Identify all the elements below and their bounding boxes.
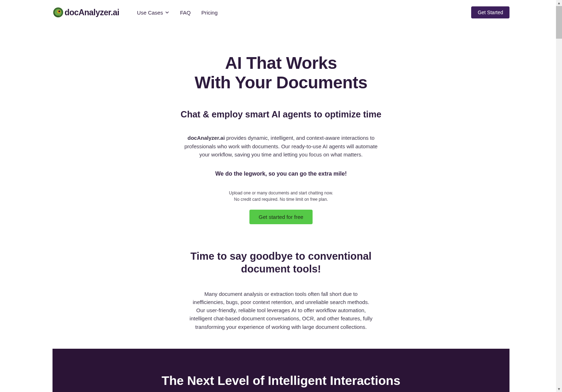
goodbye-title: Time to say goodbye to conventional docu… — [175, 250, 387, 276]
logo[interactable]: docAnalyzer.ai — [53, 7, 119, 18]
get-started-free-button[interactable]: Get started for free — [249, 210, 313, 224]
hero-title: AI That Works With Your Documents — [148, 53, 414, 92]
chevron-down-icon — [165, 10, 169, 15]
svg-point-3 — [59, 11, 60, 12]
hero-fineprint: Upload one or many documents and start c… — [148, 190, 414, 203]
nav-use-cases[interactable]: Use Cases — [137, 10, 169, 16]
scrollbar[interactable]: ▲ ▼ — [556, 0, 562, 392]
get-started-button[interactable]: Get Started — [471, 6, 509, 18]
main-nav: Use Cases FAQ Pricing — [137, 10, 217, 16]
page-container: docAnalyzer.ai Use Cases FAQ Pricing Get… — [53, 0, 509, 331]
hero-desc-brand: docAnalyzer.ai — [188, 135, 225, 141]
hero-description: docAnalyzer.ai provides dynamic, intelli… — [180, 134, 382, 159]
scrollbar-thumb[interactable] — [556, 6, 562, 39]
hero-fineprint-line1: Upload one or many documents and start c… — [229, 191, 333, 195]
hero-section: AI That Works With Your Documents Chat &… — [148, 21, 414, 224]
nav-faq-label: FAQ — [180, 10, 191, 16]
hero-title-line1: AI That Works — [225, 54, 337, 72]
nav-pricing-label: Pricing — [201, 10, 217, 16]
hero-title-line2: With Your Documents — [195, 73, 368, 92]
logo-icon — [53, 7, 64, 18]
goodbye-section: Time to say goodbye to conventional docu… — [175, 224, 387, 331]
nav-pricing[interactable]: Pricing — [201, 10, 217, 16]
dark-section-title: The Next Level of Intelligent Interactio… — [53, 374, 509, 388]
hero-fineprint-line2: No credit card required. No time limit o… — [234, 197, 328, 202]
dark-section: The Next Level of Intelligent Interactio… — [53, 349, 509, 392]
nav-faq[interactable]: FAQ — [180, 10, 191, 16]
scrollbar-up-icon[interactable]: ▲ — [556, 0, 562, 6]
header: docAnalyzer.ai Use Cases FAQ Pricing Get… — [53, 0, 509, 21]
goodbye-description: Many document analysis or extraction too… — [189, 290, 373, 331]
nav-use-cases-label: Use Cases — [137, 10, 163, 16]
hero-tagline: We do the legwork, so you can go the ext… — [148, 171, 414, 177]
logo-text: docAnalyzer.ai — [65, 8, 119, 17]
scrollbar-down-icon[interactable]: ▼ — [556, 386, 562, 392]
hero-subtitle: Chat & employ smart AI agents to optimiz… — [148, 109, 414, 120]
